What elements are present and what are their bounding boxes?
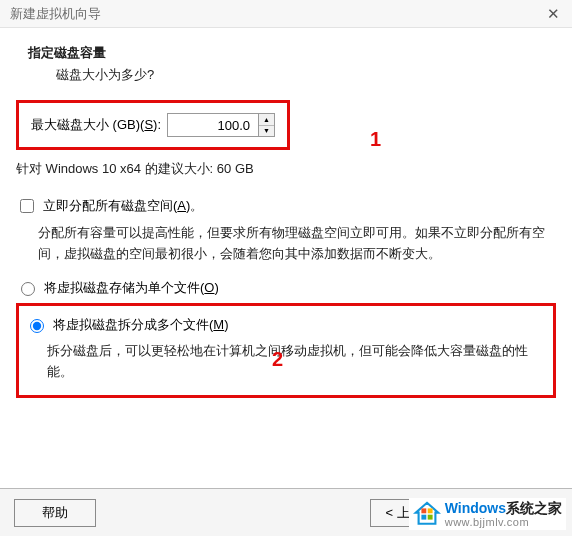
page-heading: 指定磁盘容量 — [28, 44, 556, 62]
store-split-files-radio[interactable] — [30, 319, 44, 333]
close-icon[interactable]: ✕ — [543, 5, 564, 23]
annotation-box-1: 最大磁盘大小 (GB)(S): ▲ ▼ — [16, 100, 290, 150]
store-split-files-row: 将虚拟磁盘拆分成多个文件(M) — [25, 316, 547, 334]
annotation-label-1: 1 — [370, 128, 381, 151]
window-title: 新建虚拟机向导 — [10, 5, 101, 23]
help-button[interactable]: 帮助 — [14, 499, 96, 527]
watermark: Windows系统之家 www.bjjmlv.com — [409, 498, 566, 530]
page-subheading: 磁盘大小为多少? — [56, 66, 556, 84]
house-icon — [413, 500, 441, 528]
store-split-files-label[interactable]: 将虚拟磁盘拆分成多个文件(M) — [53, 316, 229, 334]
annotation-label-2: 2 — [272, 348, 283, 371]
max-disk-size-label: 最大磁盘大小 (GB)(S): — [31, 116, 161, 134]
store-single-file-row: 将虚拟磁盘存储为单个文件(O) — [16, 279, 556, 297]
recommended-size-text: 针对 Windows 10 x64 的建议大小: 60 GB — [16, 160, 556, 178]
allocate-now-label[interactable]: 立即分配所有磁盘空间(A)。 — [43, 197, 203, 215]
allocate-now-row: 立即分配所有磁盘空间(A)。 — [16, 196, 556, 216]
spinner-arrows: ▲ ▼ — [258, 114, 274, 136]
store-single-file-label[interactable]: 将虚拟磁盘存储为单个文件(O) — [44, 279, 219, 297]
disk-size-input[interactable] — [168, 114, 258, 136]
disk-size-spinner[interactable]: ▲ ▼ — [167, 113, 275, 137]
allocate-now-checkbox[interactable] — [20, 199, 34, 213]
max-disk-size-row: 最大磁盘大小 (GB)(S): ▲ ▼ — [25, 107, 281, 143]
store-single-file-radio[interactable] — [21, 282, 35, 296]
watermark-text: Windows系统之家 www.bjjmlv.com — [445, 500, 562, 528]
spinner-down-icon[interactable]: ▼ — [259, 126, 274, 137]
spinner-up-icon[interactable]: ▲ — [259, 114, 274, 126]
svg-rect-1 — [421, 515, 426, 520]
allocate-now-description: 分配所有容量可以提高性能，但要求所有物理磁盘空间立即可用。如果不立即分配所有空间… — [38, 222, 556, 265]
svg-rect-2 — [427, 515, 432, 520]
annotation-box-2: 将虚拟磁盘拆分成多个文件(M) 拆分磁盘后，可以更轻松地在计算机之间移动虚拟机，… — [16, 303, 556, 398]
svg-rect-3 — [421, 508, 426, 513]
wizard-content: 指定磁盘容量 磁盘大小为多少? 最大磁盘大小 (GB)(S): ▲ ▼ 1 针对… — [0, 28, 572, 398]
svg-marker-0 — [415, 503, 437, 524]
title-bar: 新建虚拟机向导 ✕ — [0, 0, 572, 28]
svg-rect-4 — [427, 508, 432, 513]
store-split-files-description: 拆分磁盘后，可以更轻松地在计算机之间移动虚拟机，但可能会降低大容量磁盘的性能。 — [47, 340, 547, 383]
